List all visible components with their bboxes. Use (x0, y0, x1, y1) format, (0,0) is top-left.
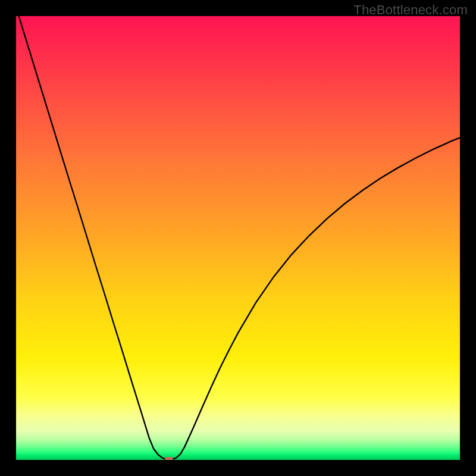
optimum-marker (165, 457, 173, 460)
plot-area (16, 16, 460, 460)
chart-frame: TheBottleneck.com (0, 0, 476, 476)
bottleneck-curve (16, 16, 460, 459)
curve-svg (16, 16, 460, 460)
